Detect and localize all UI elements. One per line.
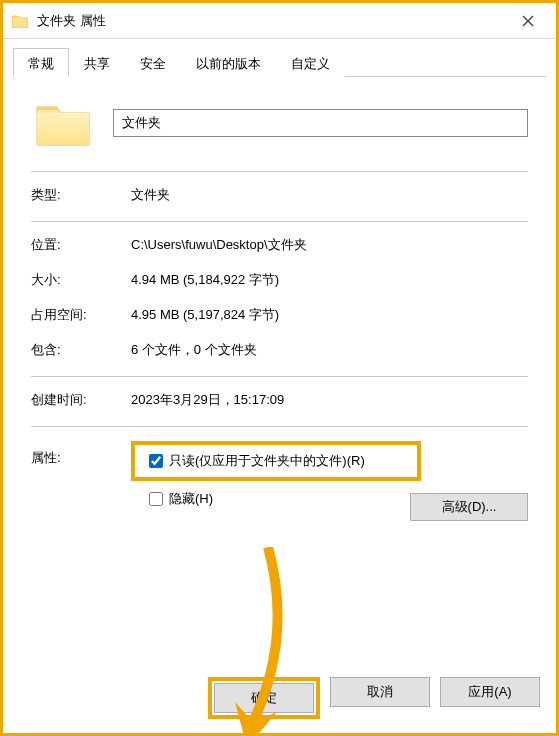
- value-contains: 6 个文件，0 个文件夹: [131, 341, 528, 359]
- button-bar: 确定 取消 应用(A): [3, 667, 556, 733]
- value-size: 4.94 MB (5,184,922 字节): [131, 271, 528, 289]
- titlebar: 文件夹 属性: [3, 3, 556, 39]
- properties-dialog: 文件夹 属性 常规 共享 安全 以前的版本 自定义 类型: 文: [0, 0, 559, 736]
- label-attributes: 属性:: [31, 441, 131, 467]
- tab-bar: 常规 共享 安全 以前的版本 自定义: [13, 47, 546, 77]
- tab-customize[interactable]: 自定义: [276, 48, 345, 77]
- separator: [31, 426, 528, 427]
- separator: [31, 221, 528, 222]
- folder-icon: [11, 12, 29, 30]
- header-row: [31, 95, 528, 151]
- label-contains: 包含:: [31, 341, 131, 359]
- row-type: 类型: 文件夹: [31, 186, 528, 204]
- tab-previous-versions[interactable]: 以前的版本: [181, 48, 276, 77]
- hidden-checkbox[interactable]: [149, 492, 163, 506]
- tab-content: 类型: 文件夹 位置: C:\Users\fuwu\Desktop\文件夹 大小…: [3, 77, 556, 667]
- label-created: 创建时间:: [31, 391, 131, 409]
- label-size: 大小:: [31, 271, 131, 289]
- cancel-button[interactable]: 取消: [330, 677, 430, 707]
- apply-button[interactable]: 应用(A): [440, 677, 540, 707]
- label-location: 位置:: [31, 236, 131, 254]
- row-size-on-disk: 占用空间: 4.95 MB (5,197,824 字节): [31, 306, 528, 324]
- window-title: 文件夹 属性: [37, 12, 508, 30]
- ok-highlight: 确定: [208, 677, 320, 719]
- separator: [31, 376, 528, 377]
- attributes-block: 属性: 只读(仅应用于文件夹中的文件)(R) 隐藏(H) 高级(D)...: [31, 441, 528, 509]
- row-size: 大小: 4.94 MB (5,184,922 字节): [31, 271, 528, 289]
- tab-security[interactable]: 安全: [125, 48, 181, 77]
- tab-general[interactable]: 常规: [13, 48, 69, 77]
- hidden-row: 隐藏(H): [131, 487, 213, 509]
- hidden-label: 隐藏(H): [169, 490, 213, 508]
- ok-button[interactable]: 确定: [214, 683, 314, 713]
- value-size-on-disk: 4.95 MB (5,197,824 字节): [131, 306, 528, 324]
- row-location: 位置: C:\Users\fuwu\Desktop\文件夹: [31, 236, 528, 254]
- value-type: 文件夹: [131, 186, 528, 204]
- row-contains: 包含: 6 个文件，0 个文件夹: [31, 341, 528, 359]
- readonly-label: 只读(仅应用于文件夹中的文件)(R): [169, 452, 365, 470]
- value-created: 2023年3月29日，15:17:09: [131, 391, 528, 409]
- close-button[interactable]: [508, 3, 548, 38]
- separator: [31, 171, 528, 172]
- folder-name-input[interactable]: [113, 109, 528, 137]
- value-location: C:\Users\fuwu\Desktop\文件夹: [131, 236, 528, 254]
- folder-large-icon: [31, 95, 95, 151]
- tab-sharing[interactable]: 共享: [69, 48, 125, 77]
- readonly-checkbox[interactable]: [149, 454, 163, 468]
- label-type: 类型:: [31, 186, 131, 204]
- advanced-button[interactable]: 高级(D)...: [410, 493, 528, 521]
- label-size-on-disk: 占用空间:: [31, 306, 131, 324]
- readonly-highlight: 只读(仅应用于文件夹中的文件)(R): [131, 441, 421, 481]
- row-created: 创建时间: 2023年3月29日，15:17:09: [31, 391, 528, 409]
